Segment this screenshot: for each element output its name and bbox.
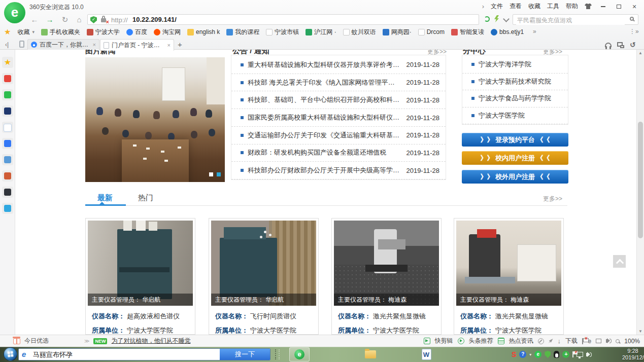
mute-speaker-icon[interactable]: [606, 339, 608, 343]
tray-network-icon[interactable]: [577, 352, 583, 357]
zoom-icon[interactable]: [616, 339, 620, 343]
sidebar-word-doc-icon[interactable]: [2, 122, 13, 133]
search-icon[interactable]: [630, 17, 634, 21]
hot-news-icon[interactable]: [498, 338, 504, 344]
daily-picks-label[interactable]: 今日优选: [24, 337, 49, 345]
bookmark-item[interactable]: Drcom: [418, 28, 445, 35]
center-item[interactable]: 宁波大学食品与药学学院: [462, 90, 568, 107]
favorites-star-icon[interactable]: ★: [4, 27, 11, 37]
bookmark-item[interactable]: 沪江网 ·: [306, 28, 336, 37]
browser-search-input[interactable]: [516, 15, 625, 25]
taskbar-clock[interactable]: 9:28 2019/12/5: [622, 348, 643, 361]
menu-tools[interactable]: 工具: [547, 2, 559, 11]
tray-action-center-icon[interactable]: [572, 351, 573, 357]
sidebar-game-icon[interactable]: [2, 154, 13, 165]
minimize-button[interactable]: [598, 3, 607, 10]
menu-collapse-icon[interactable]: ›: [482, 3, 484, 10]
ad-block-icon[interactable]: [538, 338, 544, 344]
notice-item[interactable]: 重大科研基础设施和大型科研仪器开放共享评价考核会议在京...2019-11-28: [231, 56, 446, 74]
tray-volume-icon[interactable]: [586, 353, 588, 356]
bookmark-item[interactable]: 百度: [126, 28, 147, 37]
bookmark-item[interactable]: bbs.etjy1: [491, 28, 524, 35]
zoom-level[interactable]: 100%: [624, 338, 640, 345]
multi-window-icon[interactable]: [617, 42, 623, 47]
quick-clip-label[interactable]: 快剪辑: [435, 337, 453, 345]
tray-help-icon[interactable]: ?: [519, 351, 526, 358]
close-button[interactable]: ×: [630, 3, 639, 11]
external-user-register-button[interactable]: 》》 校外用户注册 《《: [462, 170, 568, 184]
news-headline-link[interactable]: 为了对抗植物，他们从不睡觉: [111, 337, 190, 345]
download-label[interactable]: 下载: [565, 337, 578, 345]
scrollbar-thumb[interactable]: [638, 122, 643, 238]
menu-help[interactable]: 帮助: [566, 2, 578, 11]
new-tab-button[interactable]: +: [178, 40, 182, 49]
taskbar-search-button[interactable]: 搜一下: [220, 349, 270, 360]
headphones-icon[interactable]: [605, 43, 612, 47]
maximize-button[interactable]: [614, 3, 623, 10]
center-item[interactable]: 宁波大学医学院: [462, 107, 568, 125]
equipment-card[interactable]: 主要仪器管理员： 华启航 仪器名称：超高效液相色谱仪 所属单位：宁波大学医学院: [85, 218, 195, 335]
tab-list-collapse-icon[interactable]: ‹|: [5, 41, 9, 48]
sidebar-video-app-icon[interactable]: [2, 203, 13, 214]
tray-s-icon[interactable]: S: [512, 350, 516, 358]
browser-search-box[interactable]: [513, 14, 638, 25]
forward-button[interactable]: →: [45, 15, 55, 24]
notice-item[interactable]: 财政部：研发机构购买国产设备全额退还增值税2019-11-28: [231, 144, 446, 162]
sidebar-game-icon[interactable]: [2, 187, 13, 198]
notice-item[interactable]: 交通运输部办公厅关于印发《交通运输重大科研基础设施和大...2019-11-28: [231, 127, 446, 144]
gift-icon[interactable]: [13, 338, 20, 344]
skin-theme-icon[interactable]: [585, 4, 592, 9]
tab-hot[interactable]: 热门: [138, 193, 153, 203]
bookmarks-overflow-icon[interactable]: »: [533, 28, 536, 35]
photo-pager-dot-active[interactable]: [217, 172, 221, 176]
scroll-down-icon[interactable]: ▼: [637, 329, 644, 334]
hot-news-label[interactable]: 热点资讯: [509, 337, 533, 345]
sidebar-edu-site-icon[interactable]: [2, 105, 13, 117]
center-item[interactable]: 宁波大学海洋学院: [462, 56, 568, 74]
scroll-up-icon[interactable]: ▲: [637, 51, 644, 55]
360-browser-logo-icon[interactable]: e: [4, 2, 25, 23]
toolbar-dropdown-icon[interactable]: [503, 16, 510, 22]
tray-health-icon[interactable]: +: [562, 351, 569, 358]
bookmark-item[interactable]: 我的课程: [226, 28, 259, 37]
tray-360-icon[interactable]: e: [534, 351, 541, 358]
favorites-caret-icon[interactable]: ▾: [32, 29, 35, 34]
bookmark-item[interactable]: 淘宝网: [154, 28, 181, 37]
notice-item[interactable]: 科技部办公厅财政部办公厅关于开展中央级高等学校和科研院...2019-11-28: [231, 162, 446, 179]
tab-ningbo-university[interactable]: 门户首页 - 宁波大学 ×: [100, 39, 174, 51]
notice-item[interactable]: 科技部、基础司、平台中心组织召开部分高校和科研院所科研...2019-11-28: [231, 91, 446, 109]
equipment-card[interactable]: 主要仪器管理员： 梅迪森 仪器名称：激光共聚焦显微镜 所属单位：宁波大学医学院: [454, 218, 564, 335]
speed-mode-icon[interactable]: [494, 15, 499, 22]
boost-icon[interactable]: [549, 339, 553, 343]
notice-item[interactable]: 国家民委所属高校重大科研基础设施和大型科研仪器开放共享...2019-11-28: [231, 109, 446, 127]
home-button[interactable]: ⌂: [74, 15, 84, 24]
feed-recommend-label[interactable]: 头条推荐: [469, 337, 493, 345]
menu-file[interactable]: 文件: [491, 2, 503, 11]
campus-user-register-button[interactable]: 》》 校内用户注册 《《: [462, 151, 568, 165]
sidebar-chat-icon[interactable]: [2, 138, 13, 149]
taskbar-search-box[interactable]: e 搜一下: [18, 348, 270, 360]
tab-close-icon[interactable]: ×: [167, 42, 171, 48]
phone-sync-icon[interactable]: [19, 41, 24, 48]
equipment-more-link[interactable]: 更多>>: [543, 195, 562, 203]
news-photo[interactable]: [85, 57, 225, 182]
favorites-label[interactable]: 收藏: [17, 28, 29, 37]
split-window-icon[interactable]: [596, 339, 601, 343]
bookmark-item[interactable]: english k: [187, 28, 220, 35]
taskbar-search-input[interactable]: [32, 350, 217, 360]
report-flag-icon[interactable]: [582, 338, 583, 344]
notice-item[interactable]: 科技部 海关总署关于印发《纳入国家网络管理平台的免税进...2019-11-28: [231, 74, 446, 92]
menu-favorites[interactable]: 收藏: [528, 2, 540, 11]
sidebar-mail-icon[interactable]: [2, 89, 13, 100]
bookmark-item[interactable]: 手机收藏夹: [41, 28, 80, 37]
page-scrollbar[interactable]: ▲ ▼: [636, 50, 644, 335]
bookmark-item[interactable]: 网商园·: [383, 28, 412, 37]
toolbar-overflow-icon[interactable]: »: [635, 28, 639, 35]
tab-close-icon[interactable]: ×: [93, 42, 96, 48]
menu-view[interactable]: 查看: [510, 2, 522, 11]
taskbar-word[interactable]: W: [416, 347, 436, 361]
tab-baidu[interactable]: 百度一下，你就知道 ×: [27, 39, 99, 50]
back-to-top-button[interactable]: [613, 255, 626, 268]
center-item[interactable]: 宁波大学新药技术研究院: [462, 74, 568, 91]
equipment-card[interactable]: 主要仪器管理员： 梅迪森 仪器名称：激光共聚焦显微镜 所属单位：宁波大学医学院: [331, 218, 442, 335]
